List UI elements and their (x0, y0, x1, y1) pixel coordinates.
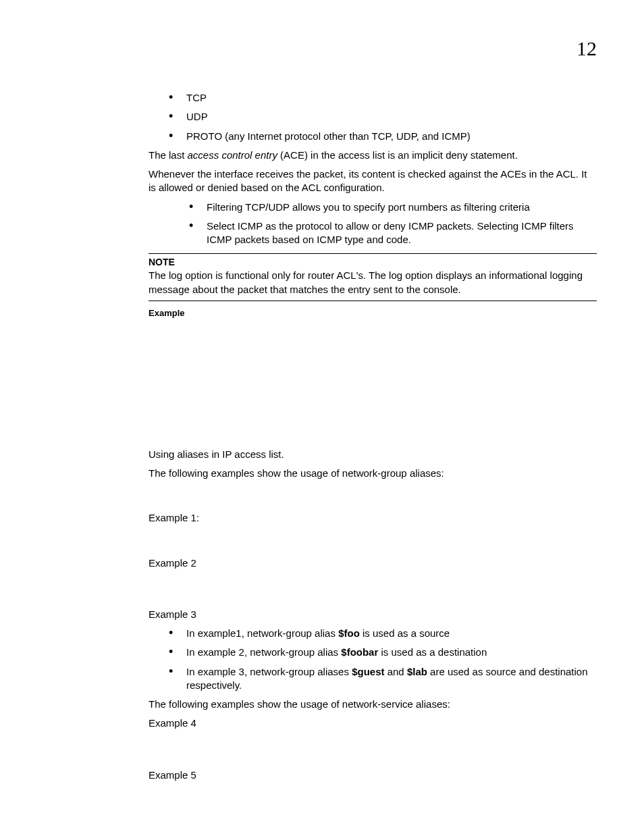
alias-examples-list: In example1, network-group alias $foo is… (149, 627, 597, 692)
spacer (149, 486, 597, 506)
list-item: In example1, network-group alias $foo is… (169, 627, 597, 640)
list-item: PROTO (any Internet protocol other than … (169, 130, 597, 143)
text: In example1, network-group alias (186, 627, 338, 639)
protocol-list: TCP UDP PROTO (any Internet protocol oth… (149, 91, 597, 143)
note-block: NOTE The log option is functional only f… (149, 253, 597, 301)
note-label: NOTE (149, 257, 597, 267)
text: The last (149, 149, 188, 161)
spacer (149, 321, 597, 442)
document-page: 12 TCP UDP PROTO (any Internet protocol … (0, 0, 644, 814)
text: and (385, 666, 407, 677)
alias-intro: Using aliases in IP access list. (149, 448, 597, 461)
text: (ACE) in the access list is an implicit … (277, 149, 518, 161)
example-1-label: Example 1: (149, 511, 597, 525)
spacer (149, 736, 597, 763)
text: is used as a source (360, 627, 450, 639)
list-item: In example 3, network-group aliases $gue… (169, 665, 597, 693)
list-item: In example 2, network-group alias $fooba… (169, 646, 597, 659)
example-heading: Example (149, 308, 597, 318)
example-4-label: Example 4 (149, 716, 597, 730)
example-3-label: Example 3 (149, 608, 597, 621)
content-body: TCP UDP PROTO (any Internet protocol oth… (149, 91, 597, 782)
list-item: Filtering TCP/UDP allows you to specify … (189, 201, 597, 214)
spacer (149, 531, 597, 551)
text: In example 2, network-group alias (186, 646, 341, 658)
spacer (149, 575, 597, 602)
page-number: 12 (576, 37, 597, 60)
bold-text: $guest (352, 666, 384, 677)
filter-list: Filtering TCP/UDP allows you to specify … (149, 201, 597, 247)
list-item: Select ICMP as the protocol to allow or … (189, 219, 597, 247)
bold-text: $foo (338, 627, 360, 639)
bold-text: $foobar (341, 646, 378, 658)
list-item: UDP (169, 110, 597, 124)
alias-description: The following examples show the usage of… (149, 467, 597, 480)
example-2-label: Example 2 (149, 556, 597, 570)
example-5-label: Example 5 (149, 768, 597, 782)
paragraph-ace: The last access control entry (ACE) in t… (149, 149, 597, 162)
service-description: The following examples show the usage of… (149, 698, 597, 711)
italic-text: access control entry (188, 149, 277, 161)
text: is used as a destination (378, 646, 487, 658)
bold-text: $lab (407, 666, 427, 677)
paragraph-acl: Whenever the interface receives the pack… (149, 167, 597, 195)
note-text: The log option is functional only for ro… (149, 269, 597, 296)
text: In example 3, network-group aliases (186, 666, 352, 677)
list-item: TCP (169, 91, 597, 105)
